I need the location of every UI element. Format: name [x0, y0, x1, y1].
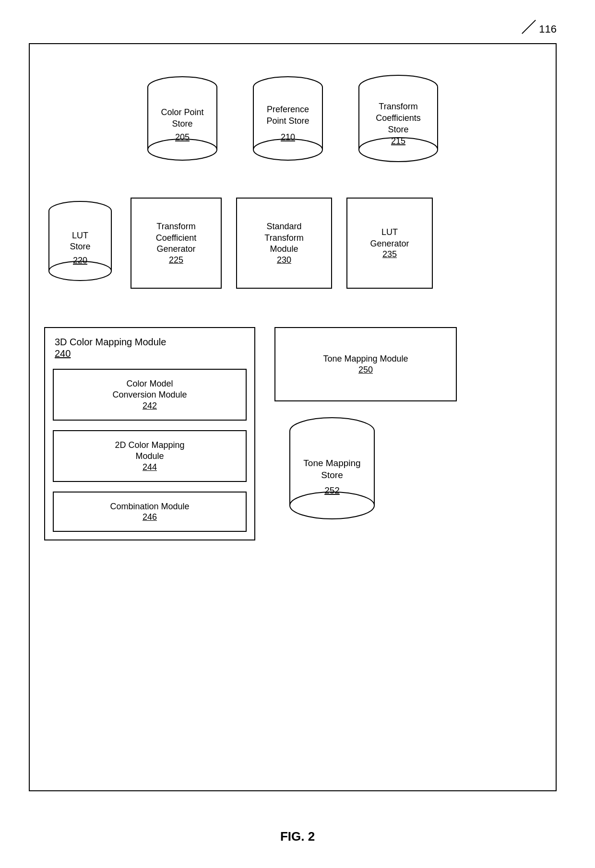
- lut-generator: LUTGenerator 235: [346, 198, 433, 289]
- svg-text:210: 210: [281, 132, 295, 142]
- lut-store-icon: LUT Store 220: [44, 198, 116, 289]
- svg-point-37: [290, 492, 374, 519]
- transform-coefficients-store: Transform Coefficients Store 215: [355, 73, 441, 169]
- svg-text:215: 215: [391, 136, 405, 146]
- svg-text:LUT: LUT: [72, 231, 88, 240]
- svg-point-12: [253, 139, 322, 160]
- combination-module: Combination Module 246: [53, 492, 247, 532]
- main-box: Color Point Store 205 Preference Point S…: [29, 43, 557, 791]
- fig-caption: FIG. 2: [0, 829, 595, 844]
- svg-text:220: 220: [73, 256, 87, 265]
- right-side: Tone Mapping Module 250 Tone Mapping Sto…: [274, 327, 457, 526]
- page-number: 116: [539, 23, 557, 35]
- svg-point-4: [148, 139, 217, 160]
- 2d-color-mapping-module: 2D Color MappingModule 244: [53, 430, 247, 482]
- preference-point-store: Preference Point Store 210: [250, 73, 326, 169]
- svg-text:Store: Store: [321, 470, 343, 480]
- svg-text:Point Store: Point Store: [266, 116, 309, 126]
- svg-text:Tone Mapping: Tone Mapping: [303, 458, 360, 468]
- tone-mapping-module: Tone Mapping Module 250: [274, 327, 457, 401]
- color-model-conversion-module: Color ModelConversion Module 242: [53, 369, 247, 421]
- svg-text:Color Point: Color Point: [161, 107, 203, 117]
- color-point-store-icon: Color Point Store 205: [144, 73, 221, 169]
- svg-text:205: 205: [175, 132, 190, 142]
- lut-store: LUT Store 220: [44, 198, 116, 289]
- svg-text:Store: Store: [172, 119, 192, 129]
- color-point-store: Color Point Store 205: [144, 73, 221, 169]
- standard-transform-module: StandardTransformModule 230: [236, 198, 332, 289]
- transform-coefficient-generator: TransformCoefficientGenerator 225: [131, 198, 222, 289]
- row2: LUT Store 220 TransformCoefficientGenera…: [44, 198, 541, 289]
- svg-text:Transform: Transform: [379, 102, 417, 111]
- tone-mapping-store-icon: Tone Mapping Store 252: [284, 416, 380, 526]
- svg-text:Preference: Preference: [267, 105, 309, 114]
- row1-cylinders: Color Point Store 205 Preference Point S…: [30, 73, 556, 169]
- svg-text:Store: Store: [70, 242, 90, 251]
- svg-text:252: 252: [324, 485, 340, 495]
- svg-text:Coefficients: Coefficients: [376, 113, 421, 123]
- transform-coeff-store-icon: Transform Coefficients Store 215: [355, 73, 441, 169]
- preference-point-store-icon: Preference Point Store 210: [250, 73, 326, 169]
- svg-text:Store: Store: [388, 125, 408, 134]
- tick-mark: [522, 20, 536, 34]
- row3: 3D Color Mapping Module 240 Color ModelC…: [44, 327, 541, 540]
- 3d-color-mapping-module: 3D Color Mapping Module 240 Color ModelC…: [44, 327, 255, 540]
- tone-mapping-store: Tone Mapping Store 252: [284, 416, 380, 526]
